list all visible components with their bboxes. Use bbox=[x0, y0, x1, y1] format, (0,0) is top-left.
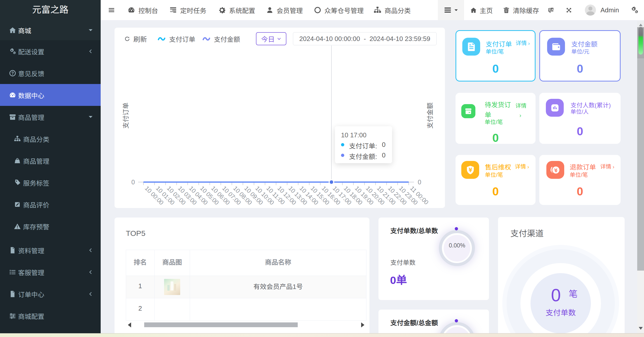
svg-text:0: 0 bbox=[131, 179, 135, 186]
svg-text:0: 0 bbox=[418, 179, 421, 186]
